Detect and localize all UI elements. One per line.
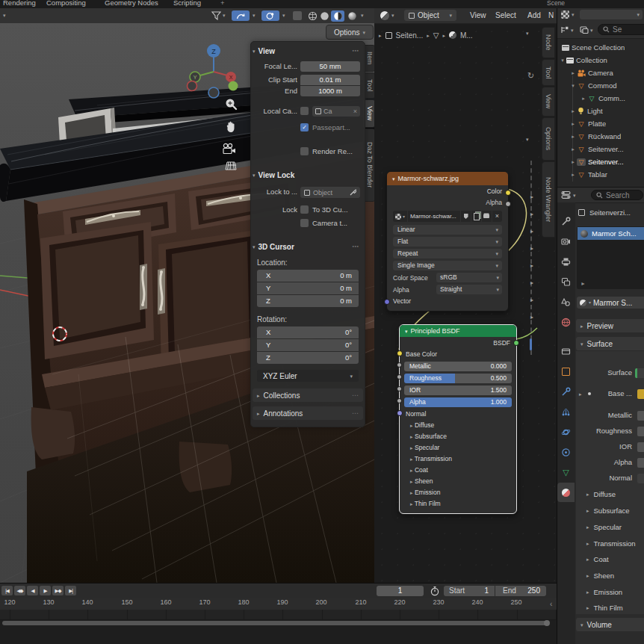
toggle-xray-disabled[interactable] (293, 11, 302, 20)
camera-to-view-checkbox[interactable] (300, 219, 309, 227)
texture-icon[interactable] (561, 10, 569, 19)
clear-object-icon[interactable]: × (353, 108, 357, 115)
clip-end-field[interactable]: 1000 m (300, 86, 360, 96)
outliner-row-camera[interactable]: ▸ Camera (557, 66, 644, 79)
tab-particles[interactable] (557, 402, 575, 421)
play-reverse-button[interactable]: ◀ (27, 586, 38, 595)
alpha-slider[interactable]: Alpha1.000 (404, 397, 512, 407)
properties-editor-icon[interactable] (561, 191, 571, 199)
tab-modifiers[interactable] (557, 382, 575, 401)
projection-dropdown[interactable]: Flat▾ (393, 237, 502, 247)
properties-editor-caret-icon[interactable]: ▾ (573, 193, 576, 198)
tab-tool[interactable] (557, 211, 575, 231)
tab-material-active[interactable] (557, 483, 575, 502)
tab-collection[interactable] (557, 341, 575, 361)
base-color-caret-icon[interactable]: ▸ (579, 391, 582, 397)
scrollbar-end-handle[interactable] (544, 620, 550, 626)
color-space-dropdown[interactable]: sRGB ▾ (436, 273, 502, 282)
outliner-row-commode-data[interactable]: ▸ ▽ Comm... (557, 92, 644, 105)
toggle-ortho-grid-icon[interactable] (224, 161, 238, 171)
base-color-sliver[interactable] (637, 389, 644, 399)
lock-to-object-field[interactable]: Object (300, 187, 360, 198)
rotation-mode-dropdown[interactable]: XYZ Euler ▾ (257, 370, 359, 382)
properties-search-field[interactable]: Search (591, 190, 643, 200)
outliner-row-tablar[interactable]: ▸ ▽ Tablar (557, 168, 644, 181)
section-transmission[interactable]: ▸Transmission (586, 539, 644, 548)
shading-material-preview-active[interactable] (331, 10, 344, 22)
shading-wireframe-icon[interactable] (308, 11, 318, 21)
slot-list-expander-icon[interactable]: ► (580, 281, 586, 286)
frame-end-field[interactable]: End 250 (495, 586, 546, 596)
bsdf-section-coat[interactable]: ▸ Coat (406, 465, 510, 475)
outliner-row-collection[interactable]: ▾ Collection (557, 54, 644, 66)
cursor-location-x[interactable]: X0 m (257, 270, 359, 282)
ior-socket[interactable] (397, 386, 402, 391)
alpha-output-socket[interactable] (505, 201, 511, 207)
tab-scene[interactable] (557, 292, 575, 312)
gizmo-caret-icon[interactable]: ▾ (223, 13, 226, 18)
topbar-tab-scripting[interactable]: Scripting (173, 0, 201, 7)
cursor-panel-header[interactable]: ▾ 3D Cursor ⋯ (253, 241, 363, 253)
color-output-socket[interactable] (505, 190, 511, 196)
zoom-tool-icon[interactable] (224, 98, 238, 111)
display-mode-icon[interactable] (560, 25, 569, 34)
outliner-row-seitenverzierung-1[interactable]: ▸ ▽ Seitenver... (557, 143, 644, 155)
new-image-button[interactable] (471, 211, 481, 222)
base-color-socket[interactable] (397, 350, 403, 356)
bsdf-section-thin-film[interactable]: ▸ Thin Film (406, 499, 510, 509)
tab-render[interactable] (557, 232, 575, 251)
stopwatch-icon[interactable] (430, 586, 440, 596)
roughness-socket[interactable] (397, 374, 402, 380)
options-button[interactable]: Options ▾ (326, 25, 374, 40)
collections-panel-header[interactable]: ▸ Collections ⋯ (253, 388, 363, 402)
tab-physics[interactable] (557, 422, 575, 442)
section-sheen[interactable]: ▸Sheen (586, 572, 644, 580)
focal-length-field[interactable]: 50 mm (300, 61, 360, 72)
metallic-slider[interactable]: Metallic0.000 (404, 362, 512, 371)
node-collapse-icon[interactable]: ▾ (405, 329, 408, 334)
outliner-row-platte[interactable]: ▸ ▽ Platte (557, 117, 644, 130)
filter-caret-icon[interactable]: ▾ (590, 28, 593, 33)
surface-panel-header[interactable]: ▾ Surface (576, 337, 644, 350)
surface-value-sliver[interactable] (635, 368, 644, 378)
show-gizmo-icon[interactable] (211, 11, 221, 20)
bsdf-section-transmission[interactable]: ▸ Transmission (406, 454, 510, 464)
play-button[interactable]: ▶ (40, 586, 51, 595)
clip-start-field[interactable]: 0.01 m (300, 75, 360, 85)
image-browse-button[interactable]: ▾ (393, 211, 407, 222)
image-node-header[interactable]: ▾ Marmor-schwarz.jpg (387, 172, 508, 185)
shading-caret-icon[interactable]: ▾ (361, 13, 364, 18)
outliner-row-light[interactable]: ▸ Light (557, 105, 644, 117)
editor-type-caret-icon[interactable]: ▾ (3, 13, 6, 18)
view-panel-header[interactable]: ▾ View ⋯ (253, 45, 363, 57)
unlink-image-button[interactable]: × (492, 211, 502, 222)
xray-toggle[interactable] (261, 10, 279, 21)
interpolation-dropdown[interactable]: Linear▾ (393, 225, 502, 235)
metallic-sliver[interactable] (637, 411, 644, 421)
lock-3d-cursor-checkbox[interactable] (300, 205, 309, 214)
passepartout-checkbox[interactable]: ✓ (300, 123, 309, 131)
region-collapse-arrow-icon[interactable]: ‹ (550, 600, 552, 608)
extension-dropdown[interactable]: Repeat▾ (393, 249, 502, 258)
eyedropper-icon[interactable] (350, 189, 356, 196)
cursor-location-z[interactable]: Z0 m (257, 295, 359, 307)
bsdf-output-socket[interactable] (513, 340, 519, 346)
tab-world[interactable] (557, 312, 575, 332)
section-specular[interactable]: ▸Specular (586, 523, 644, 531)
jump-to-end-button[interactable]: ▶| (65, 586, 76, 595)
shading-solid-icon[interactable] (320, 11, 329, 21)
image-texture-node[interactable]: ▾ Marmor-schwarz.jpg Color Alpha ▾ Marmo… (386, 171, 509, 312)
topbar-tab-rendering[interactable]: Rendering (3, 0, 36, 7)
tab-object[interactable] (557, 362, 575, 381)
frame-start-field[interactable]: Start 1 (444, 586, 495, 596)
alpha-sliver[interactable] (637, 458, 644, 468)
shading-rendered-icon[interactable] (347, 11, 357, 21)
browse-dropdown[interactable]: ▾ (580, 10, 643, 19)
alpha-mode-dropdown[interactable]: Straight ▾ (436, 285, 502, 294)
prev-keyframe-button[interactable]: ◀◆ (14, 586, 25, 595)
panel-grip-icon[interactable]: ⋯ (352, 243, 363, 250)
tab-output[interactable] (557, 252, 575, 271)
topbar-tab-geometry-nodes[interactable]: Geometry Nodes (105, 0, 158, 7)
texture-caret-icon[interactable]: ▾ (572, 12, 575, 17)
timeline-scrollbar[interactable] (2, 621, 549, 625)
